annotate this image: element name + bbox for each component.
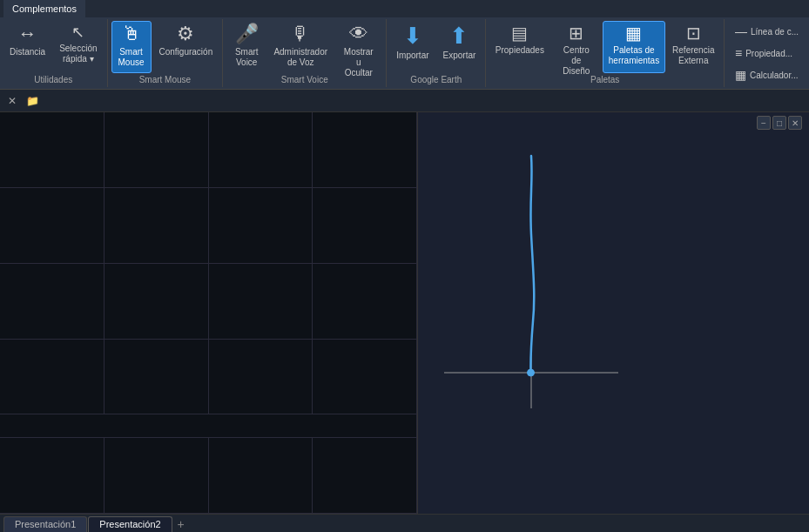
grid-cell-3-3: [209, 264, 313, 339]
btn-linea-co[interactable]: — Línea de c...: [730, 22, 804, 41]
btn-importar[interactable]: ⬇ Importar: [390, 21, 435, 73]
grid-cell-6-3: [209, 438, 313, 513]
left-panel: [0, 112, 418, 514]
group-smart-mouse-items: 🖱 SmartMouse ⚙ Configuración: [111, 21, 219, 73]
btn-calculador-label: Calculador...: [750, 71, 799, 80]
btn-mostrar-ocultar[interactable]: 👁 Mostrar uOcultar: [334, 21, 382, 73]
btn-propiedades[interactable]: ▤ Propiedades: [489, 21, 549, 73]
tab-presentacion2[interactable]: Presentación2: [88, 516, 172, 532]
spline-curve: [530, 156, 534, 373]
grid-row-2: [0, 188, 417, 264]
btn-paletas-herramientas[interactable]: ▦ Paletas deherramientas: [603, 21, 664, 73]
canvas-controls: − □ ✕: [757, 116, 802, 130]
paletas-herr-icon: ▦: [625, 24, 642, 42]
btn-configuracion-label: Configuración: [159, 47, 213, 57]
canvas-minimize-btn[interactable]: −: [757, 116, 771, 130]
canvas-restore-btn[interactable]: □: [772, 116, 786, 130]
btn-configuracion[interactable]: ⚙ Configuración: [153, 21, 219, 73]
btn-admin-voz-label: Administradorde Voz: [273, 47, 327, 68]
btn-centro-diseno-label: Centro deDiseño: [557, 45, 595, 77]
btn-distancia[interactable]: ↔ Distancia: [3, 21, 51, 73]
group-smart-voice-items: 🎤 SmartVoice 🎙 Administradorde Voz 👁 Mos…: [226, 21, 382, 73]
centro-diseno-icon: ⊞: [569, 24, 583, 42]
group-utilidades-items: ↔ Distancia ↖ Selecciónrápida ▾: [3, 21, 104, 73]
tab-presentacion1[interactable]: Presentación1: [3, 516, 87, 532]
group-smart-mouse: 🖱 SmartMouse ⚙ Configuración Smart Mouse: [108, 19, 224, 87]
grid-cell-2-2: [104, 188, 209, 263]
drawing-canvas[interactable]: [418, 112, 809, 514]
admin-voz-icon: 🎙: [291, 24, 310, 44]
status-bar: Presentación1 Presentación2 +: [0, 514, 809, 532]
btn-folder-toolbar[interactable]: 📁: [24, 92, 41, 110]
group-utilidades: ↔ Distancia ↖ Selecciónrápida ▾ Utilidad…: [0, 19, 108, 87]
btn-close-toolbar[interactable]: ✕: [3, 92, 21, 110]
close-toolbar-icon: ✕: [8, 95, 17, 107]
grid-cell-3-1: [0, 264, 104, 339]
propiedad-icon: ≡: [735, 46, 742, 60]
grid-row-5: [0, 414, 417, 438]
btn-smart-voice-label: SmartVoice: [235, 47, 259, 68]
calculador-icon: ▦: [735, 68, 746, 82]
grid-cell-6-2: [104, 438, 209, 513]
tab-add-button[interactable]: +: [173, 516, 189, 532]
ribbon-body: ↔ Distancia ↖ Selecciónrápida ▾ Utilidad…: [0, 17, 809, 89]
grid-row-3: [0, 264, 417, 340]
group-paletas: ▤ Propiedades ⊞ Centro deDiseño ▦ Paleta…: [486, 19, 725, 87]
grid-row-6: [0, 438, 417, 514]
grid-cell-4-1: [0, 340, 104, 414]
btn-seleccion[interactable]: ↖ Selecciónrápida ▾: [53, 21, 103, 73]
grid-row-4: [0, 340, 417, 415]
grid-cell-5-1: [0, 414, 417, 437]
main-area: − □ ✕: [0, 112, 809, 514]
group-google-earth: ⬇ Importar ⬆ Exportar Google Earth: [387, 19, 486, 87]
grid-cell-4-2: [104, 340, 209, 414]
group-utilidades-label: Utilidades: [3, 73, 104, 85]
grid-cell-4-4: [313, 340, 417, 414]
folder-icon: 📁: [26, 95, 39, 107]
grid-row-1: [0, 112, 417, 188]
group-smart-mouse-label: Smart Mouse: [111, 73, 219, 85]
select-icon: ↖: [71, 24, 84, 40]
btn-referencia-externa[interactable]: ⊡ ReferenciaExterna: [667, 21, 720, 73]
btn-smart-mouse[interactable]: 🖱 SmartMouse: [111, 21, 152, 73]
grid-cell-1-1: [0, 112, 104, 187]
btn-calculador[interactable]: ▦ Calculador...: [730, 65, 804, 84]
tab-complementos[interactable]: Complementos: [3, 0, 85, 17]
btn-paletas-herr-label: Paletas deherramientas: [609, 45, 659, 66]
grid-cell-3-2: [104, 264, 209, 339]
btn-smart-voice[interactable]: 🎤 SmartVoice: [226, 21, 266, 73]
grid-cell-1-3: [209, 112, 313, 187]
smart-voice-icon: 🎤: [235, 24, 259, 44]
grid-cell-1-4: [313, 112, 417, 187]
propiedades-icon: ▤: [511, 24, 528, 42]
btn-propiedad-label: Propiedad...: [745, 49, 792, 58]
group-paletas-items: ▤ Propiedades ⊞ Centro deDiseño ▦ Paleta…: [489, 21, 720, 73]
btn-admin-voz[interactable]: 🎙 Administradorde Voz: [268, 21, 333, 73]
group-smart-voice-label: Smart Voice: [226, 73, 382, 85]
linea-icon: —: [735, 24, 747, 38]
ribbon-tab-row: Complementos: [0, 0, 809, 17]
btn-centro-diseno[interactable]: ⊞ Centro deDiseño: [551, 21, 601, 73]
group-google-earth-label: Google Earth: [390, 73, 482, 85]
grid-cell-6-1: [0, 438, 104, 513]
ref-ext-icon: ⊡: [686, 24, 701, 42]
btn-exportar-label: Exportar: [443, 51, 476, 61]
ribbon-right-buttons: — Línea de c... ≡ Propiedad... ▦ Calcula…: [725, 19, 809, 87]
grid-cell-2-3: [209, 188, 313, 263]
grid-cell-4-3: [209, 340, 313, 414]
distance-icon: ↔: [18, 24, 37, 44]
node-point: [528, 369, 535, 376]
grid-cell-2-1: [0, 188, 104, 263]
grid-cell-3-4: [313, 264, 417, 339]
btn-linea-co-label: Línea de c...: [751, 27, 799, 37]
right-panel[interactable]: − □ ✕: [418, 112, 809, 514]
btn-distancia-label: Distancia: [10, 47, 45, 57]
grid-cell-2-4: [313, 188, 417, 263]
grid-cell-1-2: [104, 112, 209, 187]
btn-exportar[interactable]: ⬆ Exportar: [437, 21, 482, 73]
btn-propiedad[interactable]: ≡ Propiedad...: [730, 44, 804, 63]
importar-icon: ⬇: [403, 24, 422, 47]
btn-propiedades-label: Propiedades: [496, 45, 544, 56]
canvas-close-btn[interactable]: ✕: [788, 116, 802, 130]
grid-cell-6-4: [313, 438, 417, 513]
